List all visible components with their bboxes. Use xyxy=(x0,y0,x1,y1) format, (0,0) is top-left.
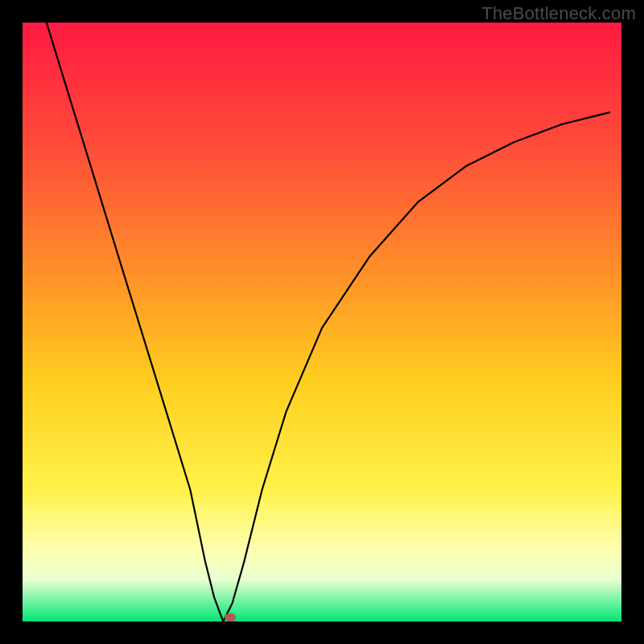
optimum-marker xyxy=(225,613,236,621)
attribution-text: TheBottleneck.com xyxy=(481,3,636,24)
chart-plot-area xyxy=(23,23,621,621)
